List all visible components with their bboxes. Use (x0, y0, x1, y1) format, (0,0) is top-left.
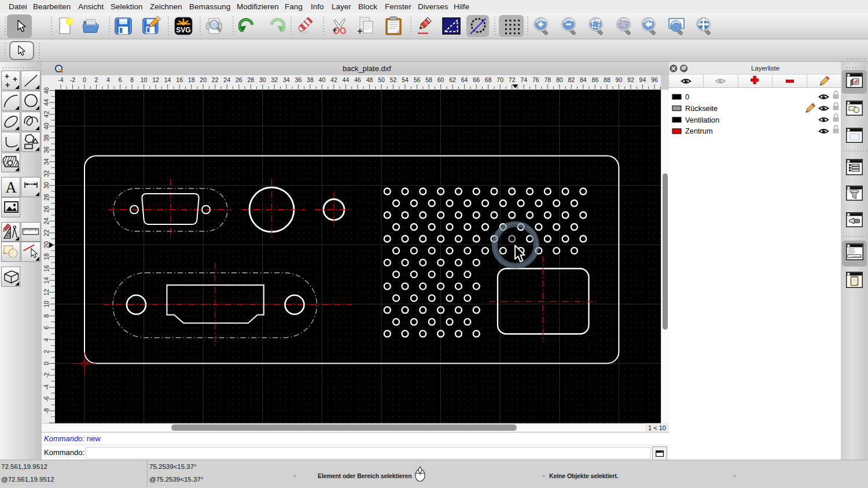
svg-text:8: 8 (43, 314, 50, 317)
svg-text:10: 10 (43, 301, 50, 308)
svg-text:22: 22 (212, 76, 219, 83)
svg-text:12: 12 (152, 76, 159, 83)
svg-text:6: 6 (119, 76, 122, 83)
svg-text:30: 30 (43, 182, 50, 189)
svg-text:Rückseite: Rückseite (685, 104, 718, 113)
svg-text:16: 16 (43, 265, 50, 272)
svg-text:88: 88 (604, 76, 610, 83)
svg-text:Zentrum: Zentrum (685, 127, 713, 135)
svg-text:40: 40 (43, 123, 50, 130)
svg-text:18: 18 (188, 76, 195, 83)
svg-text:-6: -6 (43, 396, 50, 401)
svg-text:36: 36 (295, 76, 302, 83)
svg-text:4: 4 (106, 76, 110, 83)
svg-text:96: 96 (651, 76, 658, 83)
svg-text:2: 2 (43, 350, 50, 353)
svg-text:44: 44 (343, 76, 350, 83)
svg-text:24: 24 (43, 217, 50, 224)
svg-text:92: 92 (627, 76, 634, 83)
svg-text:12: 12 (43, 289, 50, 295)
svg-text:8: 8 (130, 76, 134, 83)
svg-text:42: 42 (43, 111, 50, 118)
svg-text:36: 36 (43, 146, 50, 153)
svg-text:48: 48 (366, 76, 373, 83)
svg-text:80: 80 (556, 76, 563, 83)
svg-text:34: 34 (43, 158, 50, 165)
svg-text:4: 4 (43, 338, 50, 341)
svg-text:44: 44 (43, 99, 50, 106)
svg-text:20: 20 (43, 241, 50, 248)
svg-text:86: 86 (592, 76, 599, 83)
svg-text:62: 62 (449, 76, 456, 83)
svg-text:14: 14 (164, 76, 171, 83)
svg-text:50: 50 (378, 76, 385, 83)
svg-text:66: 66 (473, 76, 480, 83)
svg-text:22: 22 (43, 230, 50, 236)
svg-text:40: 40 (319, 76, 326, 83)
svg-text:0: 0 (685, 93, 689, 101)
svg-text:28: 28 (43, 194, 50, 201)
svg-text:32: 32 (271, 76, 278, 83)
svg-text:16: 16 (176, 76, 183, 83)
svg-text:58: 58 (425, 76, 432, 83)
svg-text:74: 74 (520, 76, 527, 83)
svg-text:82: 82 (568, 76, 575, 83)
svg-text:10: 10 (141, 76, 148, 83)
svg-text:18: 18 (43, 253, 50, 260)
svg-text:94: 94 (639, 76, 646, 83)
svg-text:30: 30 (259, 76, 266, 83)
svg-text:-2: -2 (43, 372, 50, 378)
svg-text:78: 78 (544, 76, 551, 83)
svg-text:46: 46 (354, 76, 361, 83)
svg-text:A: A (5, 179, 17, 196)
svg-text:14: 14 (43, 277, 50, 284)
svg-text:38: 38 (43, 135, 50, 142)
svg-text:-4: -4 (43, 385, 50, 390)
svg-text:-8: -8 (43, 408, 50, 413)
svg-text:54: 54 (402, 76, 409, 83)
svg-text:84: 84 (580, 76, 587, 83)
svg-text:32: 32 (43, 170, 50, 177)
svg-text:38: 38 (307, 76, 314, 83)
svg-text:SVG: SVG (176, 26, 190, 34)
svg-text:56: 56 (414, 76, 421, 83)
svg-text:28: 28 (247, 76, 254, 83)
svg-text:2: 2 (95, 76, 98, 83)
svg-text:0: 0 (43, 361, 50, 365)
svg-text:70: 70 (496, 76, 503, 83)
svg-text:34: 34 (283, 76, 290, 83)
svg-text:64: 64 (461, 76, 468, 83)
svg-text:26: 26 (43, 206, 50, 213)
svg-text:68: 68 (485, 76, 492, 83)
svg-text:> command: > command (849, 255, 862, 258)
svg-text:42: 42 (330, 76, 337, 83)
svg-text:72: 72 (509, 76, 516, 83)
svg-text:Ventilation: Ventilation (685, 116, 719, 124)
svg-text:6: 6 (43, 326, 50, 330)
svg-text:20: 20 (200, 76, 207, 83)
svg-text:0: 0 (83, 76, 86, 83)
svg-text:60: 60 (437, 76, 444, 83)
svg-text:46: 46 (43, 87, 50, 94)
svg-text:24: 24 (223, 76, 230, 83)
svg-text:-4: -4 (58, 76, 63, 83)
svg-text:-2: -2 (70, 76, 75, 83)
svg-text:52: 52 (390, 76, 397, 83)
svg-text:90: 90 (616, 76, 623, 83)
svg-text:76: 76 (532, 76, 539, 83)
svg-text:26: 26 (236, 76, 242, 83)
